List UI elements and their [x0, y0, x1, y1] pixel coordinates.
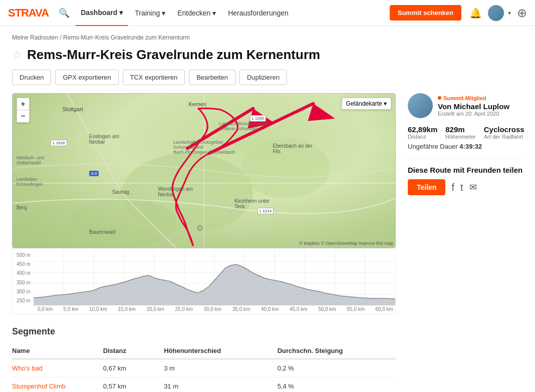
col-gradient: Durchschn. Steigung	[270, 343, 396, 359]
summit-dot	[438, 96, 441, 100]
map-type-button[interactable]: Geländekarte ▾	[342, 98, 391, 110]
creator-info: Summit-Mitglied Von Michael Luplow Erste…	[438, 95, 509, 117]
elevation-svg	[34, 250, 395, 305]
segments-header-row: Name Distanz Höhenunterschied Durchschn.…	[12, 343, 396, 359]
map-label-esslingen: Esslingen amNeckar	[89, 134, 119, 145]
distance-label: Distanz	[408, 134, 437, 140]
navbar: STRAVA 🔍 Dashboard ▾ Training ▾ Entdecke…	[0, 0, 535, 26]
elevation-section: 500 m 450 m 400 m 350 m 300 m 250 m	[12, 248, 396, 314]
segment-link-1[interactable]: Who's bad	[12, 364, 43, 372]
type-value: Cyclocross	[484, 125, 524, 134]
elevation-y-labels: 500 m 450 m 400 m 350 m 300 m 250 m	[13, 250, 34, 305]
creator-header: Summit-Mitglied Von Michael Luplow Erste…	[408, 93, 523, 118]
elevation-x-labels: 0,0 km 5,0 km 10,0 km 15,0 km 20,0 km 25…	[13, 305, 395, 314]
map-road-l1016: L 1016	[51, 140, 67, 146]
creator-name-link[interactable]: Michael Luplow	[453, 102, 509, 111]
map-elevation-col: Stuttgart Kernen Esslingen amNeckar Land…	[12, 93, 396, 392]
map-road-l1214: L 1214	[257, 208, 274, 214]
notifications-button[interactable]: 🔔	[469, 7, 482, 19]
svg-marker-7	[308, 104, 335, 121]
segment-name-2: Stumpenhof Climb	[12, 377, 95, 393]
elevation-chart	[34, 250, 395, 305]
print-button[interactable]: Drucken	[12, 70, 51, 85]
map-type-selector[interactable]: Geländekarte ▾	[342, 98, 391, 110]
segment-grad-1: 0,2 %	[270, 359, 396, 377]
map-label-schurwald1: LandschaftsschutzgebietMittlerer Schurwa…	[219, 121, 269, 131]
breadcrumb: Meine Radrouten / Rems-Murr-Kreis Gravel…	[12, 34, 523, 41]
elevation-value: 829m	[445, 125, 476, 134]
email-icon[interactable]: ✉	[469, 182, 477, 193]
summit-button[interactable]: Summit schenken	[390, 5, 461, 21]
map-label-ebersbach: Ebersbach an derFils	[273, 143, 313, 154]
map-label-stuttgart: Stuttgart	[62, 106, 83, 112]
action-buttons-row: Drucken GPX exportieren TCX exportieren …	[12, 70, 523, 85]
avatar[interactable]	[488, 5, 504, 21]
favorite-star-icon[interactable]: ☆	[12, 49, 22, 62]
page-content: Meine Radrouten / Rems-Murr-Kreis Gravel…	[0, 26, 535, 392]
map-label-sauhag: Sauhag	[112, 189, 129, 195]
segment-grad-2: 5,4 %	[270, 377, 396, 393]
stats-row: 62,89km Distanz 829m Höhenmeter Cyclocro…	[408, 125, 523, 140]
stat-elevation: 829m Höhenmeter	[445, 125, 476, 140]
share-section: Diese Route mit Freunden teilen Teilen f…	[408, 166, 523, 195]
duration-value: 4:39:32	[459, 143, 482, 150]
share-actions: Teilen f t ✉	[408, 179, 523, 195]
stat-distance: 62,89km Distanz	[408, 125, 437, 140]
facebook-icon[interactable]: f	[451, 182, 454, 193]
map-container[interactable]: Stuttgart Kernen Esslingen amNeckar Land…	[12, 93, 396, 248]
col-distance: Distanz	[95, 343, 156, 359]
segment-dist-2: 0,57 km	[95, 377, 156, 393]
segment-elev-1: 3 m	[156, 359, 270, 377]
map-label-weidach: Weidach- undZettachwald	[17, 155, 44, 165]
segments-section: Segmente Name Distanz Höhenunterschied D…	[12, 326, 396, 392]
main-layout: Stuttgart Kernen Esslingen amNeckar Land…	[12, 93, 523, 392]
map-attribution: © Mapbox © OpenStreetMap Improve this ma…	[299, 241, 393, 246]
zoom-out-button[interactable]: −	[17, 110, 29, 122]
add-button[interactable]: ⊕	[517, 6, 527, 20]
duration-row: Ungefähre Dauer 4:39:32	[408, 143, 523, 150]
segment-row-1: Who's bad 0,67 km 3 m 0,2 %	[12, 359, 396, 377]
summit-badge: Summit-Mitglied	[438, 95, 509, 101]
twitter-icon[interactable]: t	[460, 182, 463, 193]
nav-herausforderungen[interactable]: Herausforderungen	[223, 0, 294, 26]
map-road-a8: A 8	[89, 171, 99, 176]
distance-value: 62,89km	[408, 125, 437, 134]
segment-row-2: Stumpenhof Climb 0,57 km 31 m 5,4 %	[12, 377, 396, 393]
page-title: Rems-Murr-Kreis Gravelrunde zum Kernentu…	[27, 47, 320, 63]
strava-logo: STRAVA	[8, 7, 49, 20]
segment-link-2[interactable]: Stumpenhof Climb	[12, 382, 66, 390]
gpx-export-button[interactable]: GPX exportieren	[55, 70, 118, 85]
map-label-kernen: Kernen	[188, 101, 206, 107]
share-button[interactable]: Teilen	[408, 179, 445, 195]
sidebar: Summit-Mitglied Von Michael Luplow Erste…	[408, 93, 523, 205]
zoom-in-button[interactable]: +	[17, 98, 29, 110]
tcx-export-button[interactable]: TCX exportieren	[123, 70, 185, 85]
profile-dropdown[interactable]: ▾	[508, 10, 511, 17]
creator-card: Summit-Mitglied Von Michael Luplow Erste…	[408, 93, 523, 195]
elevation-label: Höhenmeter	[445, 134, 476, 140]
duplicate-button[interactable]: Duplizieren	[239, 70, 287, 85]
breadcrumb-parent[interactable]: Meine Radrouten	[12, 34, 58, 41]
stat-type: Cyclocross Art der Radfahrt	[484, 125, 524, 140]
segment-elev-2: 31 m	[156, 377, 270, 393]
edit-button[interactable]: Bearbeiten	[189, 70, 235, 85]
creator-avatar[interactable]	[408, 93, 433, 118]
segments-title: Segmente	[12, 326, 396, 337]
share-title: Diese Route mit Freunden teilen	[408, 166, 523, 174]
nav-entdecken[interactable]: Entdecken ▾	[172, 0, 221, 26]
nav-dashboard[interactable]: Dashboard ▾	[76, 0, 128, 26]
segment-dist-1: 0,67 km	[95, 359, 156, 377]
divider	[408, 158, 523, 159]
nav-training[interactable]: Training ▾	[130, 0, 170, 26]
creator-date: Erstellt am 20. April 2020	[438, 111, 509, 117]
map-label-bauernwald: Bauernwald	[89, 229, 116, 235]
map-label-leinfelden: LeinfeldenEchterdingen	[17, 177, 43, 187]
type-label: Art der Radfahrt	[484, 134, 524, 140]
title-row: ☆ Rems-Murr-Kreis Gravelrunde zum Kernen…	[12, 47, 523, 63]
segments-table: Name Distanz Höhenunterschied Durchschn.…	[12, 343, 396, 392]
col-elevation-diff: Höhenunterschied	[156, 343, 270, 359]
map-label-schurwald2: LandschaftsschutzgebietSchurwald undBach…	[173, 140, 235, 155]
search-button[interactable]: 🔍	[55, 6, 74, 21]
map-label-wendlingen: Wendlingen amNeckar	[158, 186, 192, 197]
map-label-berg: Berg	[17, 205, 27, 210]
